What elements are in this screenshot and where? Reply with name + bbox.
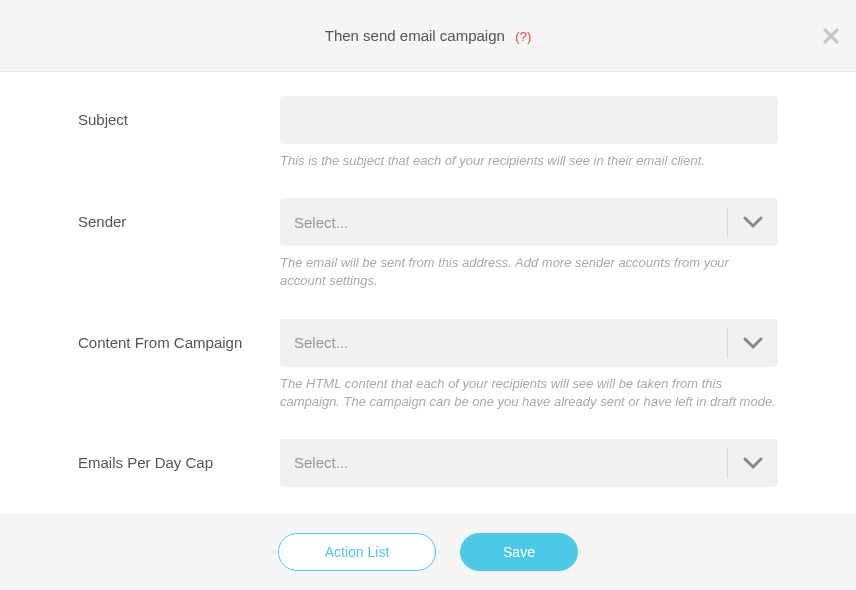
header-title-wrap: Then send email campaign (?) (325, 27, 531, 45)
content-row: Content From Campaign Select... The HTML… (78, 319, 778, 411)
sender-help: The email will be sent from this address… (280, 254, 778, 290)
chevron-down-icon (728, 216, 778, 228)
cap-row: Emails Per Day Cap Select... (78, 439, 778, 487)
cap-label: Emails Per Day Cap (78, 439, 280, 471)
content-help: The HTML content that each of your recip… (280, 375, 778, 411)
form-content: Subject This is the subject that each of… (0, 72, 856, 487)
cap-control: Select... (280, 439, 778, 487)
close-icon[interactable] (822, 27, 840, 45)
content-select[interactable]: Select... (280, 319, 778, 367)
content-label: Content From Campaign (78, 319, 280, 351)
content-select-value: Select... (280, 334, 727, 351)
content-control: Select... The HTML content that each of … (280, 319, 778, 411)
subject-control: This is the subject that each of your re… (280, 96, 778, 170)
subject-help: This is the subject that each of your re… (280, 152, 778, 170)
sender-select[interactable]: Select... (280, 198, 778, 246)
sender-row: Sender Select... The email will be sent … (78, 198, 778, 290)
chevron-down-icon (728, 337, 778, 349)
dialog-header: Then send email campaign (?) (0, 0, 856, 72)
cap-select-value: Select... (280, 454, 727, 471)
save-button[interactable]: Save (460, 533, 578, 571)
subject-row: Subject This is the subject that each of… (78, 96, 778, 170)
dialog-title: Then send email campaign (325, 27, 505, 44)
cap-select[interactable]: Select... (280, 439, 778, 487)
help-link[interactable]: (?) (515, 29, 531, 44)
subject-input[interactable] (280, 96, 778, 144)
dialog-footer: Action List Save (0, 514, 856, 590)
sender-control: Select... The email will be sent from th… (280, 198, 778, 290)
chevron-down-icon (728, 457, 778, 469)
subject-label: Subject (78, 96, 280, 128)
action-list-button[interactable]: Action List (278, 533, 436, 571)
sender-select-value: Select... (280, 214, 727, 231)
sender-label: Sender (78, 198, 280, 230)
